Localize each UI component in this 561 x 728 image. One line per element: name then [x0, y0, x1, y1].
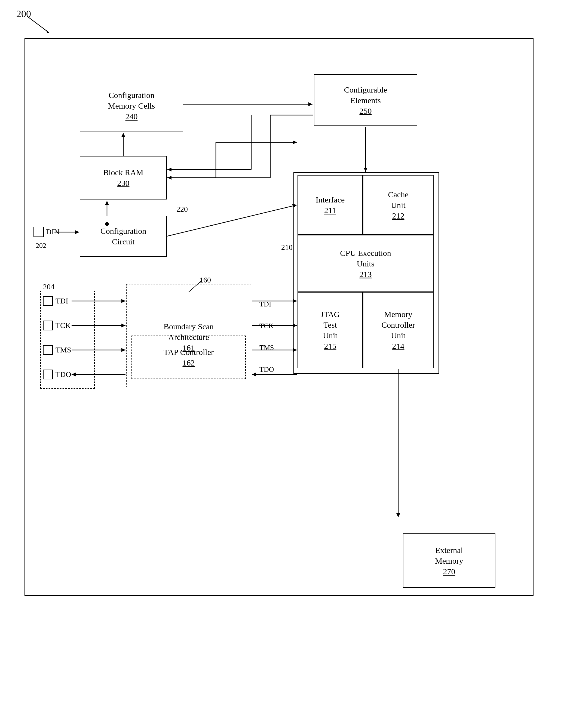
svg-marker-25 — [364, 168, 367, 172]
bsa-tdi-label: TDI — [259, 300, 271, 308]
svg-marker-5 — [121, 133, 125, 137]
svg-marker-43 — [396, 513, 400, 517]
tdo-port-row: TDO — [43, 370, 71, 379]
block-250: ConfigurableElements250 — [314, 74, 417, 126]
din-input-area: DIN — [33, 227, 60, 237]
label-210: 210 — [281, 243, 293, 252]
tck-port-box — [43, 321, 53, 330]
block-212-title: CacheUnit212 — [388, 189, 409, 221]
svg-marker-41 — [252, 373, 256, 376]
block-213-title: CPU ExecutionUnits213 — [340, 248, 391, 279]
block-220-title: ConfigurationCircuit — [100, 226, 146, 247]
ref-200-arrow — [24, 14, 57, 35]
block-270: ExternalMemory270 — [403, 533, 495, 588]
block-230-title: Block RAM230 — [103, 167, 143, 188]
tms-label: TMS — [56, 346, 71, 354]
bsa-tck-label: TCK — [259, 322, 274, 330]
block-240-title: ConfigurationMemory Cells240 — [108, 90, 155, 122]
tdo-label: TDO — [56, 370, 71, 379]
svg-marker-7 — [105, 201, 109, 205]
block-214-title: MemoryControllerUnit214 — [381, 309, 415, 351]
block-162: TAP Controller162 — [131, 336, 246, 379]
tms-port-box — [43, 345, 53, 355]
label-160: 160 — [200, 276, 211, 284]
bsa-tdo-label: TDO — [259, 365, 274, 374]
svg-marker-20 — [167, 176, 171, 180]
din-box — [33, 227, 44, 237]
block-211: Interface211 — [298, 175, 363, 235]
din-label: DIN — [46, 228, 60, 236]
label-202: 202 — [36, 242, 46, 250]
svg-marker-23 — [167, 168, 171, 171]
block-162-title: TAP Controller162 — [164, 347, 214, 368]
bsa-tms-label: TMS — [259, 344, 274, 352]
block-212: CacheUnit212 — [363, 175, 434, 235]
block-214: MemoryControllerUnit214 — [363, 292, 434, 368]
tdi-port-row: TDI — [43, 296, 68, 306]
tck-port-row: TCK — [43, 321, 71, 330]
block-215-title: JTAGTestUnit215 — [321, 309, 340, 351]
svg-marker-27 — [121, 299, 125, 303]
svg-marker-1 — [46, 29, 49, 33]
main-diagram-box: ConfigurationMemory Cells240 Configurabl… — [24, 38, 534, 596]
svg-marker-31 — [121, 348, 125, 352]
svg-marker-3 — [308, 102, 312, 106]
svg-marker-29 — [121, 324, 125, 327]
label-204: 204 — [43, 282, 54, 291]
block-215: JTAGTestUnit215 — [298, 292, 363, 368]
block-270-title: ExternalMemory270 — [435, 545, 463, 577]
tck-label: TCK — [56, 321, 71, 330]
block-213: CPU ExecutionUnits213 — [298, 235, 434, 292]
label-220: 220 — [176, 205, 188, 214]
svg-marker-16 — [293, 140, 297, 144]
tdi-label: TDI — [56, 297, 68, 305]
tms-port-row: TMS — [43, 345, 71, 355]
block-211-title: Interface211 — [316, 194, 345, 216]
block-240: ConfigurationMemory Cells240 — [80, 80, 183, 131]
tdi-port-box — [43, 296, 53, 306]
svg-marker-12 — [75, 230, 79, 234]
block-220: ConfigurationCircuit — [80, 216, 167, 257]
block-230: Block RAM230 — [80, 156, 167, 199]
tdo-port-box — [43, 370, 53, 379]
svg-line-0 — [27, 16, 49, 33]
block-250-title: ConfigurableElements250 — [344, 84, 387, 116]
